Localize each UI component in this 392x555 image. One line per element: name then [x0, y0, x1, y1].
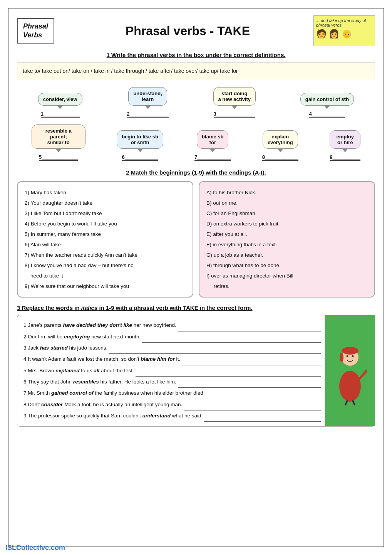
- match-right-box: A) to his brother Nick. B) out on me. C)…: [199, 181, 375, 298]
- section2-title: 2 Match the beginnings (1-9) with the en…: [17, 169, 375, 176]
- bubble-number-4: 4____________: [309, 111, 345, 118]
- match-ending: I) over as managing director when Bill r…: [206, 271, 367, 291]
- bubble-number-8: 8____________: [262, 154, 298, 161]
- replace-box: 1 Jane's parents have decided they don't…: [17, 315, 375, 427]
- teacher-image: [325, 315, 375, 426]
- bubble-1: consider, view: [38, 93, 82, 106]
- answer-line-2: [142, 331, 321, 343]
- bubbles-row-2: resemble a parent;similar to 5__________…: [17, 124, 375, 161]
- match-item: 6) Alan will take: [25, 239, 186, 250]
- bubble-2: understand,learn: [128, 87, 167, 106]
- match-ending: F) in everything that's in a text.: [206, 239, 367, 250]
- page-title: Phrasal verbs - TAKE: [62, 24, 313, 38]
- replace-row-9: 9 The professor spoke so quickly that Sa…: [23, 410, 321, 422]
- header-cartoon: 🧑 👩 👴: [316, 29, 372, 39]
- bubble-container-8: explaineverything 8____________: [262, 130, 298, 161]
- match-item: 9) We're sure that our neighbour will ta…: [25, 281, 186, 291]
- match-item: 5) In summer, many farmers take: [25, 229, 186, 239]
- replace-row-1: 1 Jane's parents have decided they don't…: [23, 320, 321, 331]
- match-item: 7) When the teacher reads quickly Ann ca…: [25, 250, 186, 260]
- replace-row-4: 4 It wasn't Adam's fault we lost the mat…: [23, 354, 321, 365]
- teacher-figure-svg: [333, 336, 367, 405]
- svg-point-5: [352, 355, 353, 357]
- bubble-number-3: 3______________: [214, 111, 255, 118]
- match-ending: A) to his brother Nick.: [206, 187, 367, 198]
- watermark: iSLCollective.com: [5, 544, 65, 552]
- match-ending: D) on extra workers to pick fruit.: [206, 219, 367, 229]
- svg-line-8: [353, 401, 355, 405]
- svg-line-7: [345, 401, 347, 405]
- match-item: 4) Before you begin to work, I'll take y…: [25, 219, 186, 229]
- bubble-container-9: employor hire 9__________: [330, 130, 360, 161]
- section1-title: 1 Write the phrasal verbs in the box und…: [17, 52, 375, 58]
- cartoon-figure-3: 👴: [342, 29, 352, 39]
- pv-list-box: take to/ take out on/ take on / take in …: [17, 62, 375, 80]
- bubble-7: blame sbfor: [197, 130, 228, 149]
- header-image: ... and take up the study of phrasal ver…: [313, 15, 375, 46]
- bubbles-row-1: consider, view 1_____________ understand…: [17, 87, 375, 118]
- answer-line-9: [204, 410, 321, 422]
- answer-line-4: [182, 354, 321, 365]
- bubble-number-6: 6____________: [122, 154, 158, 161]
- replace-row-7: 7 Mr. Smith gained control of the family…: [23, 388, 321, 399]
- replace-row-8: 8 Don't consider Mark a fool; he is actu…: [23, 399, 321, 410]
- answer-line-6: [178, 377, 321, 388]
- bubble-number-2: 2______________: [127, 111, 168, 118]
- svg-line-6: [360, 371, 367, 378]
- match-ending: G) up a job as a teacher.: [206, 250, 367, 260]
- bubble-container-3: start doinga new activity 3_____________…: [213, 87, 256, 118]
- svg-point-3: [340, 353, 343, 362]
- answer-line-5: [136, 365, 321, 377]
- match-ending: C) for an Englishman.: [206, 208, 367, 219]
- match-section: 1) Mary has taken 2) Your daughter doesn…: [17, 181, 375, 298]
- bubble-number-5: 5_____________: [39, 154, 78, 161]
- header: Phrasal Verbs Phrasal verbs - TAKE ... a…: [17, 15, 375, 46]
- svg-point-2: [342, 347, 358, 355]
- section3-content: 1 Jane's parents have decided they don't…: [17, 315, 375, 427]
- section3-title-text: 3 Replace the words in italics in 1-9 wi…: [17, 304, 253, 311]
- phrasal-verbs-logo: Phrasal Verbs: [17, 18, 54, 44]
- bubble-3: start doinga new activity: [213, 87, 256, 106]
- match-item: 3) I like Tom but I don't really take: [25, 208, 186, 219]
- answer-line-3: [109, 343, 321, 354]
- bubble-5: resemble a parent;similar to: [32, 124, 85, 149]
- match-item: 8) I know you've had a bad day – but the…: [25, 260, 186, 281]
- bubble-container-4: gain control of sth 4____________: [300, 93, 354, 118]
- answer-line-1: [178, 320, 321, 331]
- cartoon-figure-1: 🧑: [316, 29, 327, 39]
- section3-title: 3 Replace the words in italics in 1-9 wi…: [17, 304, 375, 311]
- page: Phrasal Verbs Phrasal verbs - TAKE ... a…: [8, 8, 384, 547]
- bubble-container-7: blame sbfor 7____________: [194, 130, 231, 161]
- bubble-8: explaineverything: [263, 130, 298, 149]
- answer-line-8: [184, 399, 321, 410]
- svg-point-0: [339, 371, 361, 402]
- bubble-number-7: 7____________: [194, 154, 231, 161]
- replace-row-3: 3 Jack has started his judo lessons.: [23, 343, 321, 354]
- match-ending: B) out on me.: [206, 198, 367, 208]
- replace-row-2: 2 Our firm will be employing new staff n…: [23, 331, 321, 343]
- cartoon-figure-2: 👩: [329, 29, 339, 39]
- match-item: 2) Your daughter doesn't take: [25, 198, 186, 208]
- bubble-container-5: resemble a parent;similar to 5__________…: [32, 124, 85, 161]
- answer-line-7: [206, 388, 321, 399]
- bubble-container-1: consider, view 1_____________: [38, 93, 82, 118]
- bubble-6: begin to like sbor smth: [117, 130, 163, 149]
- replace-row-5: 5 Mrs. Brown explained to us all about t…: [23, 365, 321, 377]
- match-item: 1) Mary has taken: [25, 187, 186, 198]
- bubble-9: employor hire: [330, 130, 360, 149]
- bubble-number-9: 9__________: [330, 154, 360, 161]
- svg-point-4: [346, 355, 348, 357]
- replace-row-6: 6 They say that John resembles his fathe…: [23, 377, 321, 388]
- bubble-container-2: understand,learn 2______________: [127, 87, 168, 118]
- match-ending: H) through what has to be done.: [206, 260, 367, 271]
- match-ending: E) after you at all.: [206, 229, 367, 239]
- bubble-number-1: 1_____________: [41, 111, 80, 118]
- match-left-box: 1) Mary has taken 2) Your daughter doesn…: [17, 181, 193, 298]
- bubble-container-6: begin to like sbor smth 6____________: [117, 130, 163, 161]
- bubble-4: gain control of sth: [300, 93, 354, 106]
